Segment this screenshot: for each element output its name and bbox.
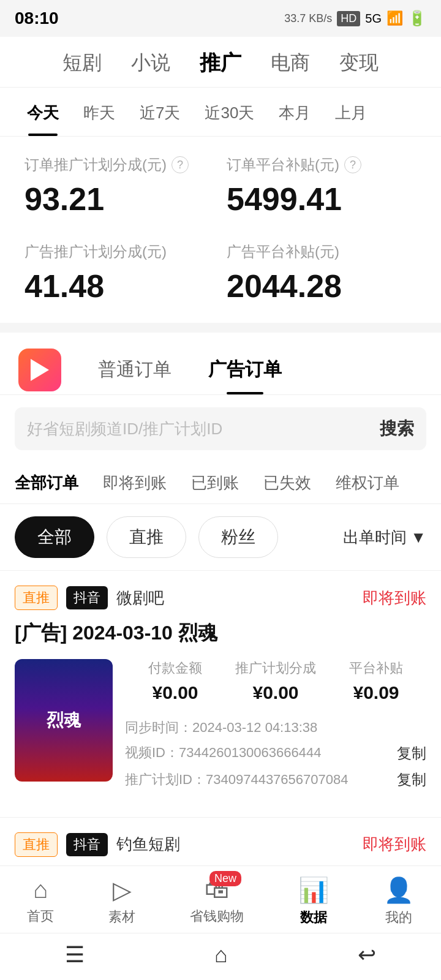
nav-mine[interactable]: 👤 我的 [383,876,414,927]
btn-direct[interactable]: 直推 [107,516,186,558]
mine-icon: 👤 [383,876,414,905]
platform-logo [18,349,61,391]
help-icon-2[interactable]: ? [344,156,361,173]
home-control-icon[interactable]: ⌂ [214,942,228,968]
thumb-text-1: 烈魂 [47,709,81,732]
date-filter-today[interactable]: 今天 [15,88,71,136]
back-icon[interactable]: ↩ [358,942,376,968]
nav-item-tuiguang[interactable]: 推广 [200,49,241,77]
hd-badge: HD [337,11,360,26]
plan-id-row-1: 推广计划ID：7340974437656707084 复制 [125,766,426,793]
stat-ad-commission-value: 41.48 [24,268,214,304]
tab-ad-order[interactable]: 广告订单 [190,345,300,394]
network-badge: 5G [365,12,382,26]
menu-icon[interactable]: ☰ [65,942,85,968]
stat-order-commission: 订单推广计划分成(元) ? 93.21 [24,155,214,217]
tag-platform-2: 抖音 [66,833,108,856]
subsidy-value-1: ¥0.09 [326,682,426,703]
copy-plan-id-1[interactable]: 复制 [397,766,426,793]
nav-shop-label: 省钱购物 [190,907,244,925]
stat-order-subsidy-value: 5499.41 [227,181,417,217]
filter-dispute[interactable]: 维权订单 [336,462,399,503]
payment-1: 付款金额 ¥0.00 [125,659,225,703]
order-title-1: [广告] 2024-03-10 烈魂 [15,620,426,647]
copy-video-id-1[interactable]: 复制 [397,740,426,766]
bottom-controls: ☰ ⌂ ↩ [0,933,441,980]
stat-order-commission-label: 订单推广计划分成(元) [24,155,167,175]
search-bar[interactable]: 好省短剧频道ID/推广计划ID 搜索 [15,407,426,450]
status-icons: 33.7 KB/s HD 5G 📶 🔋 [284,10,426,27]
nav-data-label: 数据 [300,908,327,927]
order-header-2: 直推 抖音 钓鱼短剧 即将到账 [15,832,426,857]
signal-icon: 📶 [386,10,403,26]
stat-ad-subsidy: 广告平台补贴(元) 2044.28 [227,242,417,304]
nav-item-dianshang[interactable]: 电商 [271,50,310,77]
commission-value-1: ¥0.00 [225,682,326,703]
tag-source-1: 微剧吧 [116,587,164,609]
nav-material[interactable]: ▷ 素材 [108,876,135,927]
date-filter-yesterday[interactable]: 昨天 [71,88,127,136]
status-bar: 08:10 33.7 KB/s HD 5G 📶 🔋 [0,0,441,37]
stat-ad-commission: 广告推广计划分成(元) 41.48 [24,242,214,304]
nav-item-biànxian[interactable]: 变现 [339,50,379,77]
nav-home-label: 首页 [27,907,54,925]
new-badge: New [209,871,241,886]
bottom-nav: ⌂ 首页 ▷ 素材 🛍 New 省钱购物 📊 数据 👤 我的 ☰ ⌂ ↩ [0,865,441,980]
date-filter-30days[interactable]: 近30天 [192,88,266,136]
order-card-1: 直推 抖音 微剧吧 即将到账 [广告] 2024-03-10 烈魂 烈魂 付款金… [0,570,441,807]
nav-data[interactable]: 📊 数据 [298,876,329,927]
search-placeholder: 好省短剧频道ID/推广计划ID [27,418,380,440]
stat-ad-commission-label: 广告推广计划分成(元) [24,242,167,262]
sort-button[interactable]: 出单时间 ▼ [343,527,426,548]
btn-all[interactable]: 全部 [15,516,94,558]
stats-section: 订单推广计划分成(元) ? 93.21 订单平台补贴(元) ? 5499.41 … [0,137,441,323]
nav-home[interactable]: ⌂ 首页 [27,876,54,927]
stat-ad-subsidy-value: 2044.28 [227,268,417,304]
order-details-1: 付款金额 ¥0.00 推广计划分成 ¥0.00 平台补贴 ¥0.09 同步时间：… [125,659,426,793]
nav-mine-label: 我的 [385,908,412,927]
commission-1: 推广计划分成 ¥0.00 [225,659,326,703]
shop-icon: 🛍 New [205,876,229,903]
filter-expired[interactable]: 已失效 [263,462,311,503]
stat-order-commission-value: 93.21 [24,181,214,217]
nav-item-duanju[interactable]: 短剧 [62,50,102,77]
payment-value-1: ¥0.00 [125,682,225,703]
tag-platform-1: 抖音 [66,586,108,609]
btn-fans[interactable]: 粉丝 [198,516,278,558]
tag-direct-1: 直推 [15,586,58,610]
home-icon: ⌂ [33,876,48,903]
filter-all[interactable]: 全部订单 [15,462,78,503]
search-button[interactable]: 搜索 [380,417,414,440]
status-badge-2: 即将到账 [363,834,426,855]
filter-incoming[interactable]: 即将到账 [103,462,167,503]
help-icon-1[interactable]: ? [172,156,189,173]
plan-id-1: 推广计划ID：7340974437656707084 [125,767,348,792]
order-header-1: 直推 抖音 微剧吧 即将到账 [15,586,426,610]
filter-received[interactable]: 已到账 [191,462,239,503]
subsidy-1: 平台补贴 ¥0.09 [326,659,426,703]
nav-shop[interactable]: 🛍 New 省钱购物 [190,876,244,927]
sync-time-1: 同步时间：2024-03-12 04:13:38 [125,715,426,740]
date-filter: 今天 昨天 近7天 近30天 本月 上月 [0,88,441,137]
tag-direct-2: 直推 [15,832,58,857]
thumb-bg-1: 烈魂 [15,659,113,782]
sort-label: 出单时间 [343,527,407,548]
video-id-row-1: 视频ID：7344260130063666444 复制 [125,740,426,766]
order-filter-tabs: 全部订单 即将到账 已到账 已失效 维权订单 [0,462,441,504]
data-icon: 📊 [298,876,329,905]
play-icon [31,359,49,381]
stat-order-subsidy: 订单平台补贴(元) ? 5499.41 [227,155,417,217]
battery-icon: 🔋 [408,10,426,27]
nav-item-xiaoshuo[interactable]: 小说 [131,50,170,77]
sort-chevron-icon: ▼ [410,528,426,547]
btn-filters: 全部 直推 粉丝 出单时间 ▼ [0,504,441,570]
date-filter-lastmonth[interactable]: 上月 [323,88,379,136]
nav-material-label: 素材 [108,908,135,926]
tab-normal-order[interactable]: 普通订单 [80,345,190,394]
date-filter-7days[interactable]: 近7天 [127,88,192,136]
date-filter-month[interactable]: 本月 [266,88,323,136]
video-id-1: 视频ID：7344260130063666444 [125,741,321,765]
order-meta-1: 同步时间：2024-03-12 04:13:38 视频ID：7344260130… [125,715,426,793]
material-icon: ▷ [113,876,132,904]
stat-order-subsidy-label: 订单平台补贴(元) [227,155,339,175]
